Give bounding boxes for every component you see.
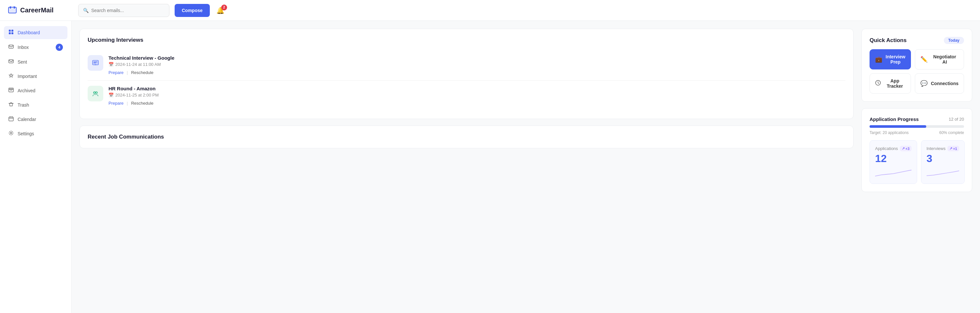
- sidebar-label-sent: Sent: [18, 59, 27, 65]
- svg-point-13: [10, 133, 12, 134]
- sidebar-item-settings[interactable]: Settings: [4, 127, 67, 140]
- prepare-link-amazon[interactable]: Prepare: [108, 101, 124, 105]
- sidebar-item-calendar[interactable]: Calendar: [4, 113, 67, 126]
- search-input[interactable]: [91, 8, 164, 13]
- quick-actions-title: Quick Actions: [870, 37, 907, 44]
- interview-name-google: Technical Interview - Google: [108, 55, 845, 61]
- app-tracker-button[interactable]: App Tracker: [870, 73, 911, 94]
- svg-rect-11: [9, 88, 13, 89]
- sidebar-item-archived[interactable]: Archived: [4, 84, 67, 97]
- progress-bar-fill: [870, 125, 926, 128]
- right-column: Quick Actions Today 💼 Interview Prep ✏️ …: [861, 29, 972, 305]
- applications-mini-chart: [875, 167, 912, 178]
- applications-stat-label: Applications ↗ +3: [875, 146, 912, 151]
- interviews-value: 3: [927, 153, 959, 164]
- logo-area: CareerMail: [8, 5, 73, 16]
- progress-target: Target: 20 applications: [870, 130, 908, 135]
- interview-item: HR Round - Amazon 📅 2024-11-25 at 2:00 P…: [88, 80, 845, 111]
- inbox-badge: 4: [56, 44, 63, 51]
- app-name: CareerMail: [20, 6, 53, 14]
- calendar-small-icon: 📅: [108, 93, 114, 97]
- sidebar-label-settings: Settings: [18, 131, 34, 136]
- progress-count: 12 of 20: [949, 117, 964, 121]
- svg-rect-16: [94, 64, 96, 65]
- svg-point-17: [94, 92, 95, 94]
- interview-item: Technical Interview - Google 📅 2024-11-2…: [88, 50, 845, 80]
- interview-info-google: Technical Interview - Google 📅 2024-11-2…: [108, 55, 845, 75]
- header: CareerMail 🔍 Compose 🔔 2: [0, 0, 980, 21]
- archived-icon: [8, 87, 14, 94]
- sidebar-label-inbox: Inbox: [18, 45, 29, 50]
- negotiator-ai-icon: ✏️: [920, 56, 928, 63]
- svg-point-18: [95, 92, 97, 94]
- interviews-trend: ↗ +1: [947, 146, 959, 151]
- application-progress-card: Application Progress 12 of 20 Target: 20…: [861, 108, 972, 192]
- upcoming-interviews-title: Upcoming Interviews: [88, 37, 845, 43]
- interview-prep-icon: 💼: [875, 56, 882, 63]
- interview-actions-google: Prepare | Reschedule: [108, 70, 845, 75]
- interview-info-amazon: HR Round - Amazon 📅 2024-11-25 at 2:00 P…: [108, 86, 845, 105]
- svg-rect-6: [9, 32, 11, 34]
- search-bar[interactable]: 🔍: [78, 4, 169, 17]
- sidebar-label-trash: Trash: [18, 102, 29, 108]
- interview-icon-google: [88, 55, 103, 71]
- stats-grid: Applications ↗ +3 12: [870, 140, 964, 184]
- search-icon: 🔍: [83, 8, 89, 13]
- compose-button[interactable]: Compose: [175, 4, 210, 17]
- svg-rect-9: [9, 60, 13, 63]
- center-column: Upcoming Interviews Technical Interview …: [80, 29, 854, 305]
- today-badge: Today: [944, 37, 964, 44]
- trash-icon: [8, 102, 14, 108]
- action-separator: |: [127, 70, 128, 75]
- main-content: Upcoming Interviews Technical Interview …: [72, 21, 980, 313]
- interview-date-google: 📅 2024-11-24 at 11:00 AM: [108, 62, 845, 67]
- calendar-small-icon: 📅: [108, 62, 114, 67]
- interviews-mini-chart: [927, 167, 959, 178]
- recent-communications-card: Recent Job Communications: [80, 126, 854, 149]
- quick-actions-grid: 💼 Interview Prep ✏️ Negotiator AI: [870, 49, 964, 94]
- applications-trend: ↗ +3: [900, 146, 912, 151]
- sidebar-label-important: Important: [18, 74, 37, 79]
- sidebar-label-archived: Archived: [18, 88, 35, 93]
- notification-badge: 2: [221, 5, 227, 10]
- reschedule-link-google[interactable]: Reschedule: [131, 70, 153, 75]
- sidebar-item-dashboard[interactable]: Dashboard: [4, 26, 67, 39]
- action-separator-2: |: [127, 101, 128, 105]
- body-layout: Dashboard Inbox 4 Sent: [0, 21, 980, 313]
- progress-percent: 60% complete: [939, 130, 964, 135]
- svg-rect-7: [11, 32, 13, 34]
- connections-button[interactable]: 💬 Connections: [915, 73, 964, 94]
- reschedule-link-amazon[interactable]: Reschedule: [131, 101, 153, 105]
- interviews-stat-label: Interviews ↗ +1: [927, 146, 959, 151]
- progress-bar-track: [870, 125, 964, 128]
- sidebar-item-trash[interactable]: Trash: [4, 99, 67, 112]
- sidebar-item-inbox[interactable]: Inbox 4: [4, 40, 67, 54]
- app-tracker-icon: [875, 80, 881, 87]
- negotiator-ai-button[interactable]: ✏️ Negotiator AI: [915, 49, 964, 69]
- svg-rect-12: [9, 117, 13, 121]
- svg-rect-4: [9, 30, 11, 32]
- interviews-stat-card: Interviews ↗ +1 3: [921, 140, 965, 184]
- quick-actions-header: Quick Actions Today: [870, 37, 964, 44]
- notification-button[interactable]: 🔔 2: [215, 5, 226, 16]
- progress-header: Application Progress 12 of 20: [870, 117, 964, 122]
- applications-value: 12: [875, 153, 912, 164]
- recent-comms-title: Recent Job Communications: [88, 134, 845, 140]
- sidebar-item-important[interactable]: Important: [4, 70, 67, 83]
- interview-prep-label: Interview Prep: [886, 54, 905, 65]
- progress-labels: Target: 20 applications 60% complete: [870, 130, 964, 135]
- svg-rect-8: [9, 45, 13, 48]
- important-icon: [8, 73, 14, 80]
- calendar-icon: [8, 116, 14, 123]
- sidebar-label-dashboard: Dashboard: [18, 30, 40, 35]
- inbox-icon: [8, 44, 14, 51]
- interview-actions-amazon: Prepare | Reschedule: [108, 101, 845, 105]
- prepare-link-google[interactable]: Prepare: [108, 70, 124, 75]
- sidebar-label-calendar: Calendar: [18, 117, 36, 122]
- interview-prep-button[interactable]: 💼 Interview Prep: [870, 49, 911, 69]
- quick-actions-card: Quick Actions Today 💼 Interview Prep ✏️ …: [861, 29, 972, 102]
- sidebar-item-sent[interactable]: Sent: [4, 56, 67, 69]
- interview-icon-amazon: [88, 86, 103, 101]
- applications-stat-card: Applications ↗ +3 12: [870, 140, 917, 184]
- svg-rect-2: [10, 6, 11, 8]
